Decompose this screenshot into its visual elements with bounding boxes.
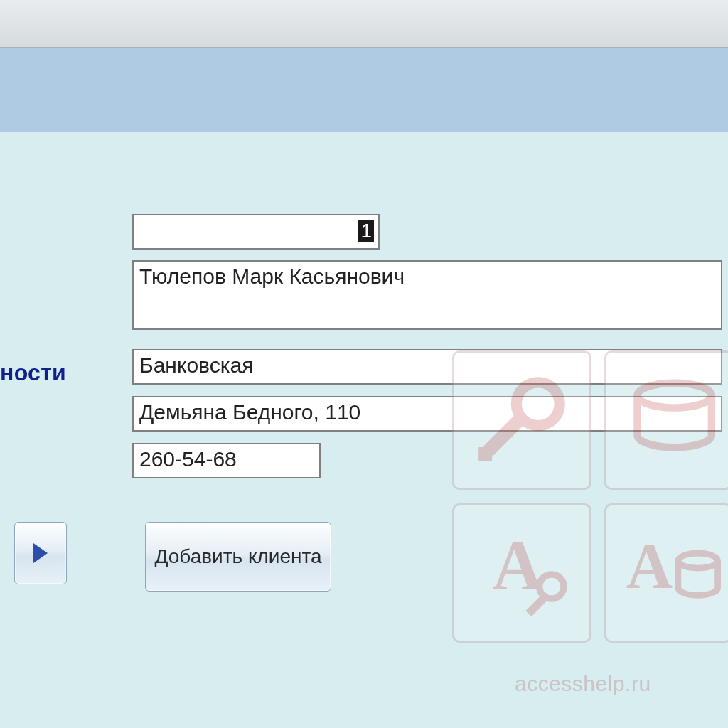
- access-key-icon: [452, 350, 592, 490]
- name-value: Тюлепов Марк Касьянович: [139, 264, 405, 288]
- svg-rect-2: [478, 447, 492, 461]
- access-app-icon: [604, 350, 728, 490]
- activity-value: Банковская: [139, 353, 253, 377]
- name-field[interactable]: Тюлепов Марк Касьянович: [132, 260, 722, 330]
- ribbon-toolbar: [0, 0, 728, 48]
- label-activity-partial: ности: [0, 360, 66, 386]
- address-value: Демьяна Бедного, 110: [139, 400, 360, 424]
- svg-text:A: A: [626, 530, 673, 602]
- form-header-band: [0, 48, 728, 132]
- access-a-key-icon: A: [452, 503, 592, 643]
- phone-field[interactable]: 260-54-68: [132, 443, 321, 478]
- watermark-text: accesshelp.ru: [515, 672, 651, 696]
- svg-point-8: [678, 553, 718, 568]
- arrow-right-icon: [33, 543, 48, 563]
- svg-point-3: [638, 383, 712, 408]
- phone-value: 260-54-68: [139, 447, 237, 471]
- next-record-button[interactable]: [14, 522, 67, 584]
- id-field[interactable]: . 1: [132, 214, 380, 250]
- svg-text:A: A: [492, 527, 542, 604]
- svg-point-0: [516, 382, 560, 426]
- id-value: 1: [358, 220, 374, 242]
- form-body: ности . 1 Тюлепов Марк Касьянович Банков…: [0, 132, 728, 728]
- add-client-label: Добавить клиента: [154, 545, 321, 568]
- add-client-button[interactable]: Добавить клиента: [145, 522, 331, 592]
- access-a-db-icon: A: [604, 503, 728, 643]
